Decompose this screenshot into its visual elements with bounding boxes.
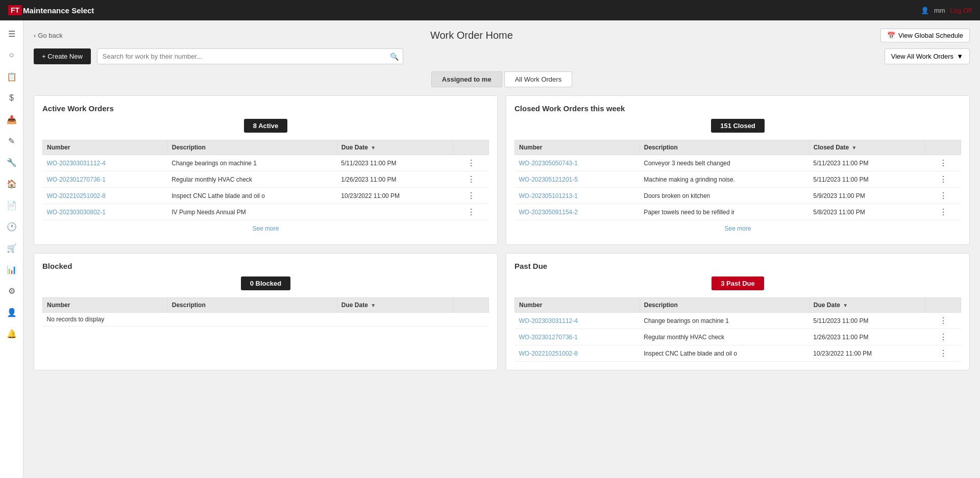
- sidebar-item-edit[interactable]: ✎: [3, 132, 21, 150]
- log-off-link[interactable]: Log Off: [950, 7, 972, 14]
- row-action-menu[interactable]: ⋮: [465, 190, 477, 201]
- table-row: No records to display: [43, 313, 489, 326]
- wo-date: 5/11/2023 11:00 PM: [809, 155, 925, 171]
- past-due-badge: 3 Past Due: [712, 276, 764, 290]
- blocked-col-action: [453, 298, 489, 313]
- active-see-more-link[interactable]: See more: [252, 225, 279, 232]
- wo-number-link[interactable]: WO-202301270736-1: [519, 334, 578, 341]
- row-action-menu[interactable]: ⋮: [465, 174, 477, 185]
- sidebar-item-schedule[interactable]: 🕐: [3, 217, 21, 236]
- row-action-menu[interactable]: ⋮: [937, 190, 949, 201]
- wo-description: IV Pump Needs Annual PM: [167, 204, 337, 220]
- sidebar-item-workorders[interactable]: 📋: [3, 67, 21, 86]
- wo-description: Inspect CNC Lathe blade and oil o: [640, 345, 809, 362]
- table-row: WO-202305091154-2 Paper towels need to b…: [515, 204, 961, 220]
- blocked-col-description: Description: [167, 298, 337, 313]
- table-row: WO-202305101213-1 Doors broken on kitche…: [515, 188, 961, 204]
- wo-number-link[interactable]: WO-202305121201-5: [519, 176, 578, 183]
- view-all-work-orders-button[interactable]: View All Work Orders ▼: [885, 48, 970, 64]
- go-back-label: Go back: [38, 32, 62, 39]
- wo-description: Change bearings on machine 1: [640, 313, 809, 329]
- wo-number-link[interactable]: WO-202305091154-2: [519, 209, 578, 216]
- past-due-table: Number Description Due Date WO-202303031…: [514, 297, 961, 362]
- logo-text: Maintenance Select: [23, 6, 94, 15]
- sidebar: ☰ ○ 📋 $ 📥 ✎ 🔧 🏠 📄 🕐 🛒 📊 ⚙ 👤 🔔: [0, 20, 23, 478]
- page-title: Work Order Home: [430, 30, 513, 41]
- blocked-col-number: Number: [43, 298, 168, 313]
- user-icon: 👤: [921, 7, 929, 14]
- closed-see-more-link[interactable]: See more: [724, 225, 751, 232]
- sidebar-item-user[interactable]: 👤: [3, 303, 21, 321]
- table-row: WO-202303031112-4 Change bearings on mac…: [43, 155, 489, 171]
- search-wrapper: 🔍: [97, 48, 403, 64]
- sidebar-item-home[interactable]: 🏠: [3, 174, 21, 193]
- sidebar-item-reports[interactable]: 📄: [3, 196, 21, 214]
- row-action-menu[interactable]: ⋮: [465, 207, 477, 217]
- active-panel-title: Active Work Orders: [42, 104, 489, 113]
- create-new-button[interactable]: + Create New: [34, 48, 91, 64]
- top-nav-right: 👤 mm Log Off: [921, 7, 972, 14]
- row-action-menu[interactable]: ⋮: [937, 315, 949, 326]
- sidebar-item-inbox[interactable]: 📥: [3, 110, 21, 129]
- wo-description: Paper towels need to be refilled ir: [640, 204, 809, 220]
- past-due-col-description: Description: [640, 298, 809, 313]
- sidebar-item-cart[interactable]: 🛒: [3, 239, 21, 257]
- past-due-col-number: Number: [515, 298, 640, 313]
- row-action-menu[interactable]: ⋮: [937, 174, 949, 185]
- row-action-menu[interactable]: ⋮: [937, 207, 949, 217]
- wo-number-link[interactable]: WO-202305050743-1: [519, 160, 578, 167]
- page-header: ‹ Go back Work Order Home 📅 View Global …: [34, 29, 970, 42]
- wo-number-link[interactable]: WO-202210251002-8: [519, 350, 578, 357]
- wo-number-link[interactable]: WO-202210251002-8: [47, 192, 106, 199]
- closed-work-orders-panel: Closed Work Orders this week 151 Closed …: [506, 95, 970, 245]
- tabs: Assigned to me All Work Orders: [34, 71, 970, 87]
- wo-number-link[interactable]: WO-202305101213-1: [519, 192, 578, 199]
- blocked-badge-row: 0 Blocked: [42, 276, 489, 290]
- table-row: WO-202303031112-4 Change bearings on mac…: [515, 313, 961, 329]
- wo-date: 5/8/2023 11:00 PM: [809, 204, 925, 220]
- active-col-duedate: Due Date: [337, 140, 453, 155]
- sidebar-item-menu[interactable]: ☰: [3, 24, 21, 43]
- closed-badge-row: 151 Closed: [514, 119, 961, 133]
- active-badge-row: 8 Active: [42, 119, 489, 133]
- table-row: WO-202301270736-1 Regular monthly HVAC c…: [43, 171, 489, 188]
- wo-date: 5/11/2023 11:00 PM: [809, 171, 925, 188]
- row-action-menu[interactable]: ⋮: [937, 348, 949, 359]
- main-layout: ☰ ○ 📋 $ 📥 ✎ 🔧 🏠 📄 🕐 🛒 📊 ⚙ 👤 🔔 ‹ Go back …: [0, 20, 980, 478]
- tab-all-work-orders[interactable]: All Work Orders: [504, 71, 573, 87]
- search-button[interactable]: 🔍: [386, 49, 403, 64]
- wo-description: Doors broken on kitchen: [640, 188, 809, 204]
- wo-date: 5/9/2023 11:00 PM: [809, 188, 925, 204]
- search-input[interactable]: [97, 49, 386, 64]
- closed-col-number: Number: [515, 140, 640, 155]
- tab-assigned-to-me[interactable]: Assigned to me: [431, 71, 502, 87]
- wo-number-link[interactable]: WO-202303030802-1: [47, 209, 106, 216]
- sidebar-item-settings[interactable]: ⚙: [3, 282, 21, 300]
- active-badge: 8 Active: [244, 119, 287, 133]
- active-col-action: [453, 140, 489, 155]
- past-due-col-duedate: Due Date: [809, 298, 925, 313]
- top-nav: FT Maintenance Select 👤 mm Log Off: [0, 0, 980, 20]
- past-due-panel: Past Due 3 Past Due Number Description D…: [506, 253, 970, 370]
- row-action-menu[interactable]: ⋮: [937, 158, 949, 168]
- sidebar-item-notifications[interactable]: 🔔: [3, 324, 21, 343]
- content: ‹ Go back Work Order Home 📅 View Global …: [23, 20, 980, 478]
- sidebar-item-dashboard[interactable]: ○: [3, 46, 21, 64]
- sidebar-item-analytics[interactable]: 📊: [3, 260, 21, 279]
- past-due-col-action: [925, 298, 961, 313]
- row-action-menu[interactable]: ⋮: [937, 332, 949, 342]
- wo-number-link[interactable]: WO-202303031112-4: [47, 160, 106, 167]
- wo-number-link[interactable]: WO-202301270736-1: [47, 176, 106, 183]
- row-action-menu[interactable]: ⋮: [465, 158, 477, 168]
- wo-number-link[interactable]: WO-202303031112-4: [519, 317, 578, 324]
- blocked-panel: Blocked 0 Blocked Number Description Due…: [34, 253, 498, 370]
- active-col-number: Number: [43, 140, 168, 155]
- go-back-link[interactable]: ‹ Go back: [34, 32, 63, 39]
- active-table: Number Description Due Date WO-202303031…: [42, 140, 489, 220]
- sidebar-item-finance[interactable]: $: [3, 89, 21, 107]
- view-global-schedule-button[interactable]: 📅 View Global Schedule: [880, 29, 970, 42]
- wo-description: Machine making a grinding noise.: [640, 171, 809, 188]
- sidebar-item-tools[interactable]: 🔧: [3, 153, 21, 171]
- blocked-table: Number Description Due Date No records t…: [42, 297, 489, 326]
- closed-panel-title: Closed Work Orders this week: [514, 104, 961, 113]
